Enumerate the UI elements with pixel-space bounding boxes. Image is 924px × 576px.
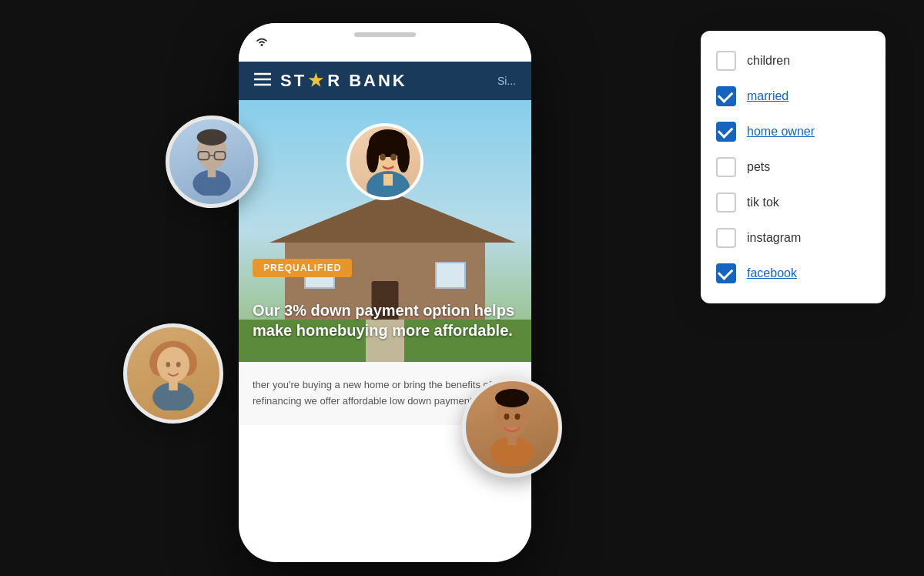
wifi-icon: [254, 35, 270, 49]
svg-rect-14: [169, 381, 178, 390]
checkbox-instagram-box[interactable]: [716, 228, 736, 248]
app-header: ST ★ R BANK Si...: [239, 62, 531, 100]
checkbox-instagram[interactable]: instagram: [716, 220, 870, 256]
avatar-man-2: [462, 377, 562, 477]
svg-point-25: [390, 154, 397, 161]
phone-body: ST ★ R BANK Si...: [239, 23, 531, 562]
hamburger-icon[interactable]: [254, 72, 271, 89]
checkbox-married-label: married: [747, 89, 788, 103]
svg-rect-34: [507, 434, 517, 445]
svg-point-1: [197, 129, 227, 146]
checkbox-tik-tok[interactable]: tik tok: [716, 185, 870, 220]
avatar-woman-1: [123, 323, 223, 424]
checkbox-married[interactable]: married: [716, 79, 870, 114]
svg-point-32: [515, 414, 521, 420]
checkbox-facebook[interactable]: facebook: [716, 256, 870, 291]
sign-in-text[interactable]: Si...: [497, 75, 516, 87]
checkbox-married-box[interactable]: [716, 86, 736, 106]
svg-point-11: [166, 362, 170, 367]
svg-point-12: [176, 362, 181, 367]
checkbox-tik-tok-label: tik tok: [747, 196, 779, 209]
checkbox-facebook-label: facebook: [747, 266, 797, 280]
checkbox-facebook-box[interactable]: [716, 263, 736, 283]
svg-point-24: [380, 154, 386, 161]
checkbox-instagram-label: instagram: [747, 231, 801, 245]
checkbox-home-owner[interactable]: home owner: [716, 114, 870, 149]
checkbox-children-label: children: [747, 54, 790, 68]
hero-text-overlay: Our 3% down payment option helps make ho…: [253, 300, 517, 347]
avatar-man-1: [166, 116, 258, 208]
checkbox-pets-label: pets: [747, 160, 770, 174]
checkbox-panel: children married home owner pets tik tok…: [701, 31, 886, 303]
checkbox-children-box[interactable]: [716, 51, 736, 71]
prequalified-badge: PREQUALIFIED: [253, 259, 352, 277]
svg-point-22: [367, 142, 379, 172]
svg-point-23: [397, 142, 410, 172]
svg-point-10: [157, 347, 189, 382]
avatar-woman-hero: [346, 123, 424, 200]
svg-rect-27: [383, 174, 393, 186]
svg-point-30: [495, 389, 529, 407]
phone-status-bar: [239, 23, 531, 62]
hero-background: Our 3% down payment option helps make ho…: [239, 100, 531, 362]
hero-headline: Our 3% down payment option helps make ho…: [253, 300, 517, 340]
checkbox-home-owner-label: home owner: [747, 125, 815, 139]
phone-notch: [354, 32, 416, 37]
hero-section: Our 3% down payment option helps make ho…: [239, 100, 531, 362]
checkbox-pets[interactable]: pets: [716, 149, 870, 185]
svg-point-15: [261, 44, 263, 46]
phone-mockup: ST ★ R BANK Si...: [239, 23, 562, 576]
checkbox-home-owner-box[interactable]: [716, 122, 736, 142]
app-logo: ST ★ R BANK: [280, 71, 407, 91]
checkbox-pets-box[interactable]: [716, 157, 736, 177]
checkbox-children[interactable]: children: [716, 43, 870, 79]
svg-rect-6: [208, 167, 216, 177]
svg-point-31: [504, 414, 510, 420]
checkbox-tik-tok-box[interactable]: [716, 193, 736, 213]
